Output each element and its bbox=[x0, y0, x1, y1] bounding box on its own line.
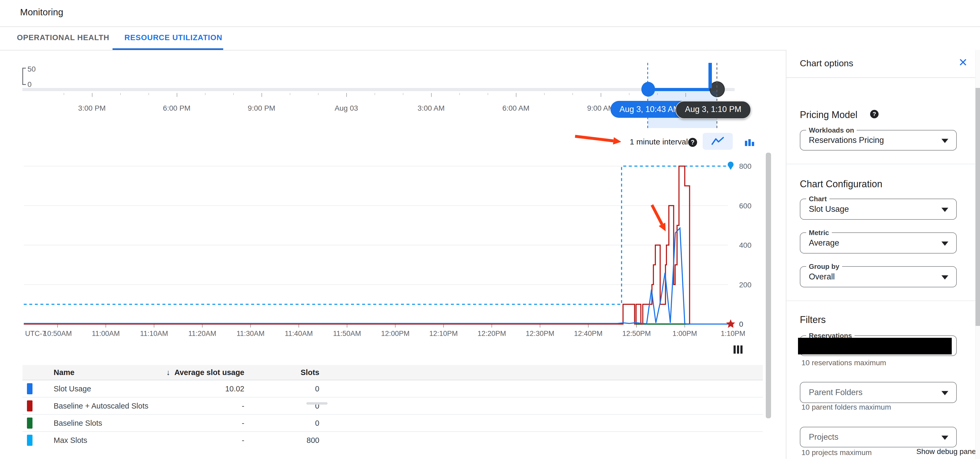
svg-text:11:00AM: 11:00AM bbox=[92, 330, 120, 338]
reservations-helper: 10 reservations maximum bbox=[802, 359, 886, 367]
col-header-slots[interactable]: Slots bbox=[301, 368, 319, 377]
pricing-help-icon[interactable]: ? bbox=[870, 110, 878, 118]
svg-text:12:20PM: 12:20PM bbox=[477, 330, 506, 338]
bar-chart-icon bbox=[745, 141, 747, 146]
slider-axis-label-0: 0 bbox=[27, 80, 32, 89]
svg-text:10:50AM: 10:50AM bbox=[43, 330, 72, 338]
chevron-down-icon bbox=[942, 208, 948, 212]
interval-help-icon[interactable]: ? bbox=[688, 138, 697, 147]
bar-chart-toggle-button[interactable] bbox=[741, 133, 758, 150]
chevron-down-icon bbox=[942, 241, 948, 246]
line-chart-icon bbox=[711, 137, 724, 146]
svg-text:12:50PM: 12:50PM bbox=[622, 330, 651, 338]
svg-text:11:50AM: 11:50AM bbox=[333, 330, 361, 338]
parent-folders-dropdown[interactable]: Parent Folders bbox=[800, 382, 957, 403]
filters-heading: Filters bbox=[800, 314, 826, 326]
svg-text:11:10AM: 11:10AM bbox=[140, 330, 168, 338]
svg-text:12:40PM: 12:40PM bbox=[574, 330, 603, 338]
table-row-max-slots[interactable]: Max Slots - 800 bbox=[22, 432, 763, 448]
slider-end-handle[interactable] bbox=[710, 81, 725, 97]
tab-resource-utilization[interactable]: RESOURCE UTILIZATION bbox=[124, 33, 223, 42]
slider-end-tooltip: Aug 3, 1:10 PM bbox=[675, 101, 751, 119]
tab-operational-health[interactable]: OPERATIONAL HEALTH bbox=[17, 33, 109, 42]
window-scrollbar-thumb[interactable] bbox=[975, 88, 980, 326]
redacted-reservation-value bbox=[798, 338, 952, 354]
chevron-down-icon bbox=[942, 435, 948, 440]
tabbar-divider bbox=[0, 50, 786, 51]
legend-table: Name ↓ Average slot usage Slots Slot Usa… bbox=[22, 365, 763, 448]
show-debug-panel-link[interactable]: Show debug panel bbox=[916, 447, 978, 456]
chart-dropdown[interactable]: Chart Slot Usage bbox=[800, 199, 957, 220]
content-scrollbar-thumb[interactable] bbox=[766, 152, 771, 418]
close-icon[interactable]: ✕ bbox=[958, 56, 967, 69]
section-divider bbox=[786, 164, 975, 164]
table-horizontal-scrollbar[interactable] bbox=[306, 402, 328, 405]
pricing-model-heading: Pricing Model bbox=[800, 110, 858, 121]
svg-text:1:10PM: 1:10PM bbox=[721, 330, 745, 338]
group-by-dropdown[interactable]: Group by Overall bbox=[800, 266, 957, 287]
slider-axis-label-50: 50 bbox=[27, 65, 36, 73]
svg-text:1:00PM: 1:00PM bbox=[673, 330, 697, 338]
table-row-baseline-autoscaled[interactable]: Baseline + Autoscaled Slots - 0 bbox=[22, 397, 763, 415]
workloads-on-dropdown[interactable]: Workloads on Reservations Pricing bbox=[800, 130, 957, 151]
page-title: Monitoring bbox=[20, 7, 63, 17]
svg-text:UTC-7: UTC-7 bbox=[25, 330, 46, 338]
svg-text:0: 0 bbox=[739, 320, 743, 328]
line-chart-toggle-button[interactable] bbox=[703, 133, 733, 150]
svg-text:200: 200 bbox=[739, 281, 751, 289]
section-divider bbox=[786, 300, 975, 301]
interval-label: 1 minute interval bbox=[630, 137, 688, 146]
series-swatch bbox=[27, 418, 32, 429]
column-chooser-icon[interactable] bbox=[733, 345, 743, 354]
svg-text:400: 400 bbox=[739, 241, 751, 249]
panel-title: Chart options bbox=[800, 58, 853, 68]
series-swatch bbox=[27, 435, 32, 446]
time-slider-track[interactable] bbox=[22, 88, 735, 91]
chart-configuration-heading: Chart Configuration bbox=[800, 178, 882, 190]
series-swatch bbox=[27, 400, 32, 411]
projects-helper: 10 projects maximum bbox=[802, 448, 872, 457]
svg-text:11:30AM: 11:30AM bbox=[236, 330, 264, 338]
svg-text:11:20AM: 11:20AM bbox=[188, 330, 216, 338]
svg-text:600: 600 bbox=[739, 202, 751, 210]
header-divider bbox=[0, 26, 980, 27]
table-row-slot-usage[interactable]: Slot Usage 10.02 0 bbox=[22, 380, 763, 397]
panel-divider bbox=[786, 50, 786, 459]
col-header-average[interactable]: ↓ Average slot usage bbox=[166, 368, 245, 377]
panel-title-divider bbox=[786, 77, 980, 78]
slider-start-handle[interactable] bbox=[641, 82, 655, 97]
chevron-down-icon bbox=[942, 275, 948, 280]
chevron-down-icon bbox=[942, 139, 948, 143]
parent-folders-helper: 10 parent folders maximum bbox=[802, 403, 891, 411]
projects-dropdown[interactable]: Projects bbox=[800, 427, 957, 447]
svg-text:12:30PM: 12:30PM bbox=[526, 330, 554, 338]
svg-text:800: 800 bbox=[739, 162, 751, 170]
svg-text:11:40AM: 11:40AM bbox=[285, 330, 313, 338]
svg-text:12:10PM: 12:10PM bbox=[429, 330, 458, 338]
series-swatch bbox=[27, 383, 32, 394]
table-row-baseline-slots[interactable]: Baseline Slots - 0 bbox=[22, 415, 763, 432]
legend-table-header: Name ↓ Average slot usage Slots bbox=[22, 365, 763, 380]
metric-dropdown[interactable]: Metric Average bbox=[800, 232, 957, 254]
svg-text:12:00PM: 12:00PM bbox=[381, 330, 409, 338]
sort-desc-icon: ↓ bbox=[166, 368, 170, 376]
chevron-down-icon bbox=[942, 391, 948, 395]
time-slider-selected-range[interactable] bbox=[648, 88, 717, 91]
col-header-name[interactable]: Name bbox=[54, 368, 75, 377]
